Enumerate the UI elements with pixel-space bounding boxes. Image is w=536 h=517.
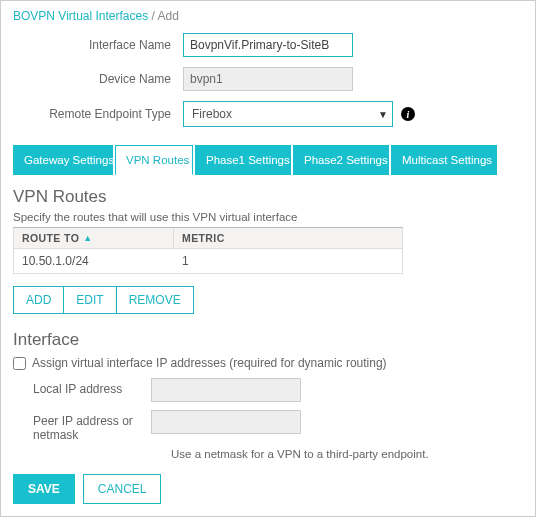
remove-button[interactable]: REMOVE — [117, 286, 194, 314]
save-button[interactable]: SAVE — [13, 474, 75, 504]
local-ip-label: Local IP address — [33, 378, 151, 396]
cell-route: 10.50.1.0/24 — [14, 249, 174, 273]
vpn-routes-desc: Specify the routes that will use this VP… — [13, 211, 523, 223]
vpn-routes-heading: VPN Routes — [13, 187, 523, 207]
add-button[interactable]: ADD — [13, 286, 64, 314]
remote-endpoint-select[interactable]: Firebox ▼ — [183, 101, 393, 127]
tab-vpn-routes[interactable]: VPN Routes — [115, 145, 193, 175]
assign-ip-checkbox[interactable] — [13, 357, 26, 370]
cell-metric: 1 — [174, 249, 402, 273]
vpn-routes-table: ROUTE TO ▲ METRIC 10.50.1.0/24 1 — [13, 227, 403, 274]
remote-endpoint-value: Firebox — [192, 107, 232, 121]
peer-ip-input — [151, 410, 301, 434]
tab-phase2-settings[interactable]: Phase2 Settings — [293, 145, 389, 175]
device-name-label: Device Name — [13, 72, 183, 86]
tab-gateway-settings[interactable]: Gateway Settings — [13, 145, 113, 175]
col-header-route-to[interactable]: ROUTE TO ▲ — [14, 228, 174, 248]
info-icon[interactable]: i — [401, 107, 415, 121]
breadcrumb-root-link[interactable]: BOVPN Virtual Interfaces — [13, 9, 148, 23]
sort-asc-icon: ▲ — [83, 233, 92, 243]
peer-ip-hint: Use a netmask for a VPN to a third-party… — [171, 448, 523, 460]
breadcrumb-sep: / — [152, 9, 155, 23]
tab-phase1-settings[interactable]: Phase1 Settings — [195, 145, 291, 175]
col-header-metric[interactable]: METRIC — [174, 228, 402, 248]
interface-name-label: Interface Name — [13, 38, 183, 52]
interface-name-input[interactable] — [183, 33, 353, 57]
assign-ip-checkbox-row[interactable]: Assign virtual interface IP addresses (r… — [13, 356, 523, 370]
table-row[interactable]: 10.50.1.0/24 1 — [14, 249, 402, 273]
interface-heading: Interface — [13, 330, 523, 350]
local-ip-input — [151, 378, 301, 402]
remote-endpoint-label: Remote Endpoint Type — [13, 107, 183, 121]
tab-multicast-settings[interactable]: Multicast Settings — [391, 145, 497, 175]
chevron-down-icon: ▼ — [378, 109, 388, 120]
edit-button[interactable]: EDIT — [64, 286, 116, 314]
breadcrumb: BOVPN Virtual Interfaces / Add — [13, 9, 523, 23]
breadcrumb-current: Add — [158, 9, 179, 23]
device-name-input — [183, 67, 353, 91]
cancel-button[interactable]: CANCEL — [83, 474, 162, 504]
peer-ip-label: Peer IP address or netmask — [33, 410, 151, 442]
tab-bar: Gateway Settings VPN Routes Phase1 Setti… — [13, 145, 523, 175]
assign-ip-label: Assign virtual interface IP addresses (r… — [32, 356, 387, 370]
